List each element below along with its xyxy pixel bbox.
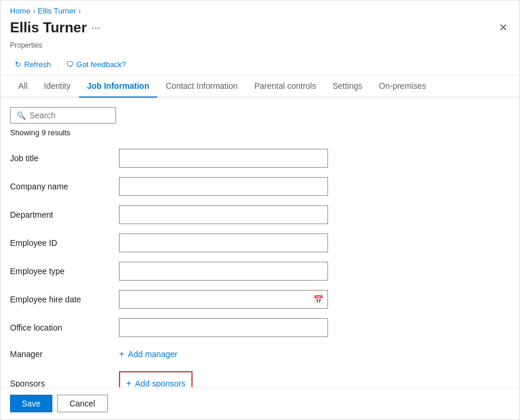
calendar-icon[interactable]: 📅 [313,295,323,304]
label-manager: Manager [10,349,119,359]
form-row-office-location: Office location [10,314,510,342]
label-office-location: Office location [10,323,119,332]
search-input[interactable] [29,111,110,120]
label-hire-date: Employee hire date [10,295,119,304]
input-area-employee-id [119,234,328,252]
form-row-hire-date: Employee hire date 📅 [10,285,510,314]
refresh-button[interactable]: ↻ Refresh [10,58,56,71]
subtitle: Properties [1,41,519,54]
label-employee-id: Employee ID [10,238,119,248]
tab-parental-controls[interactable]: Parental controls [246,75,324,98]
toolbar-separator [58,59,59,71]
breadcrumb-user[interactable]: Ellis Turner [38,6,76,15]
add-manager-button[interactable]: + Add manager [119,346,177,362]
toolbar: ↻ Refresh 🗨 Got feedback? [1,54,519,75]
hire-date-input[interactable] [119,290,328,309]
input-area-company-name [119,177,328,196]
add-manager-label: Add manager [128,349,177,359]
form-row-job-title: Job title [10,144,510,172]
feedback-label: Got feedback? [77,60,127,69]
feedback-button[interactable]: 🗨 Got feedback? [61,58,131,71]
label-job-title: Job title [10,154,119,163]
tab-job-information[interactable]: Job Information [79,75,158,98]
tab-all[interactable]: All [10,75,36,98]
input-area-employee-type [119,262,328,281]
tab-identity[interactable]: Identity [36,75,79,98]
tab-on-premises[interactable]: On-premises [370,75,434,98]
feedback-icon: 🗨 [66,60,74,69]
add-manager-icon: + [119,349,124,359]
main-content: 🔍 Showing 9 results Job title Company na… [1,98,519,410]
input-area-job-title [119,149,328,168]
manager-input-area: + Add manager [119,346,177,362]
breadcrumb: Home › Ellis Turner › [1,1,519,16]
tab-contact-information[interactable]: Contact Information [157,75,246,98]
job-title-input[interactable] [119,149,328,168]
form-row-manager: Manager + Add manager [10,342,510,366]
office-location-input[interactable] [119,318,328,337]
refresh-icon: ↻ [15,60,21,69]
employee-id-input[interactable] [119,234,328,252]
more-options-icon[interactable]: ··· [91,22,100,34]
form-row-employee-id: Employee ID [10,229,510,257]
form-section: Job title Company name Department [10,144,510,401]
label-department: Department [10,210,119,219]
employee-type-input[interactable] [119,262,328,281]
search-box: 🔍 [10,107,116,124]
company-name-input[interactable] [119,177,328,196]
department-input[interactable] [119,205,328,224]
input-area-department [119,205,328,224]
search-icon: 🔍 [16,111,26,120]
label-employee-type: Employee type [10,266,119,276]
cancel-button[interactable]: Cancel [57,395,108,412]
result-count: Showing 9 results [10,128,510,137]
form-row-employee-type: Employee type [10,257,510,285]
refresh-label: Refresh [24,60,51,69]
breadcrumb-home[interactable]: Home [10,6,31,15]
form-row-department: Department [10,201,510,229]
label-company-name: Company name [10,182,119,191]
page-container: Home › Ellis Turner › Ellis Turner ··· ✕… [0,0,520,420]
close-button[interactable]: ✕ [496,19,510,36]
save-button[interactable]: Save [10,395,52,412]
footer: Save Cancel [1,387,519,419]
page-title: Ellis Turner [10,19,87,36]
input-area-office-location [119,318,328,337]
date-wrapper: 📅 [119,290,328,309]
form-row-company-name: Company name [10,172,510,201]
tabs-bar: All Identity Job Information Contact Inf… [1,75,519,98]
tab-settings[interactable]: Settings [324,75,371,98]
header: Ellis Turner ··· ✕ [1,16,519,41]
